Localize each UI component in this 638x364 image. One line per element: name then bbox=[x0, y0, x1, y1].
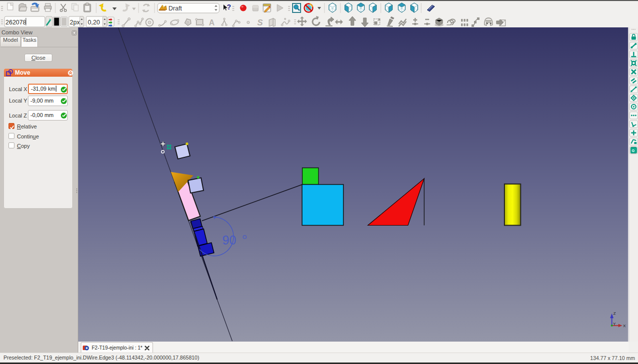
svg-text:?: ? bbox=[227, 3, 231, 11]
svg-text:262078: 262078 bbox=[5, 19, 26, 26]
svg-text:Y: Y bbox=[613, 322, 616, 326]
svg-text:X: X bbox=[623, 324, 626, 328]
svg-text:0,20: 0,20 bbox=[88, 19, 100, 26]
svg-text:S: S bbox=[257, 18, 263, 27]
svg-text:A: A bbox=[209, 18, 215, 27]
svg-text:Draft: Draft bbox=[168, 5, 182, 12]
svg-text:Z: Z bbox=[614, 311, 616, 316]
svg-text:2px: 2px bbox=[70, 19, 80, 26]
svg-text:90: 90 bbox=[222, 233, 236, 247]
